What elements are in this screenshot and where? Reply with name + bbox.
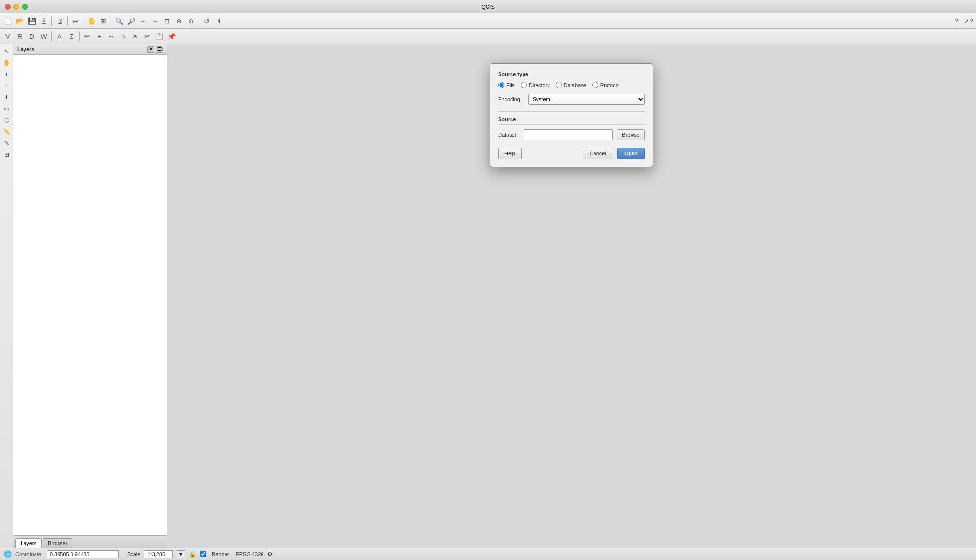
dataset-label: Dataset [498,132,520,138]
sep-2nd-1 [51,32,52,41]
zoom-next-button[interactable]: → [149,15,161,27]
open-project-button[interactable]: 📂 [14,15,25,27]
layers-header: Layers ✕ ☰ [13,44,167,55]
zoom-out-button[interactable]: 🔎 [125,15,137,27]
dialog-divider [498,111,645,112]
scale-value: 1:3,285 [144,550,173,558]
select-poly-tool[interactable]: ⬡ [1,115,12,126]
zoom-in-button[interactable]: 🔍 [113,15,125,27]
cancel-button[interactable]: Cancel [583,148,613,159]
encoding-select[interactable]: System UTF-8 Latin-1 [528,94,645,105]
main-content: ↖ ✋ + − ℹ ▭ ⬡ 📏 ✎ ⊞ Layers ✕ ☰ Layers Br… [0,44,976,548]
add-delimited-button[interactable]: D [26,31,37,42]
encoding-row: Encoding System UTF-8 Latin-1 [498,94,645,105]
globe-icon: 🌐 [4,550,12,558]
add-feature-button[interactable]: + [94,31,105,42]
select-button[interactable]: ⊞ [97,15,109,27]
radio-database-text: Database [564,82,586,88]
field-calc-button[interactable]: Σ [66,31,77,42]
delete-feature-button[interactable]: ✕ [130,31,141,42]
help-icon-button[interactable]: ? [951,15,962,27]
measure-tool[interactable]: 📏 [1,127,12,137]
source-type-radio-group: File Directory Database Protocol [498,82,645,88]
radio-database[interactable] [556,82,562,88]
separator-5 [199,16,199,26]
scale-dropdown-icon[interactable]: ▼ [177,550,185,558]
label-tool-button[interactable]: A [54,31,65,42]
pointer-tool[interactable]: ↖ [1,46,12,57]
layers-content [13,55,167,535]
title-bar: QGIS [0,0,976,13]
radio-protocol-text: Protocol [600,82,619,88]
radio-directory[interactable] [521,82,527,88]
zoom-out-tool[interactable]: − [1,81,12,91]
print-tool[interactable]: ⊞ [1,150,12,160]
copy-feature-button[interactable]: 📋 [154,31,165,42]
scale-label: Scale [127,551,141,557]
layers-controls: ✕ ☰ [147,46,163,53]
separator-3 [83,16,83,26]
dataset-row: Dataset Browse [498,129,645,140]
zoom-extent-button[interactable]: ⊡ [161,15,173,27]
pan-tool[interactable]: ✋ [1,58,12,68]
zoom-layer-button[interactable]: ⊕ [173,15,185,27]
open-layer-dialog: Source type File Directory Database [490,63,653,167]
browse-button[interactable]: Browse [617,129,645,140]
separator-2 [67,16,68,26]
save-button[interactable]: 💾 [26,15,37,27]
add-raster-button[interactable]: R [14,31,25,42]
select-rect-tool[interactable]: ▭ [1,104,12,114]
close-button[interactable] [5,4,11,10]
coordinate-value: 0.39505,0.94485 [47,550,119,558]
radio-database-label[interactable]: Database [556,82,586,88]
radio-protocol-label[interactable]: Protocol [592,82,619,88]
radio-file[interactable] [498,82,504,88]
add-vector-button[interactable]: V [2,31,13,42]
edit-button[interactable]: ✏ [82,31,93,42]
identify-tool[interactable]: ℹ [1,92,12,103]
move-feature-button[interactable]: ↔ [106,31,117,42]
source-type-label: Source type [498,71,645,77]
render-label: Render [212,551,229,557]
layers-close-button[interactable]: ✕ [147,46,154,53]
whats-this-button[interactable]: ↗? [963,15,974,27]
radio-protocol[interactable] [592,82,598,88]
layers-tabs: Layers Browser [13,535,167,548]
radio-file-label[interactable]: File [498,82,515,88]
map-area[interactable]: Source type File Directory Database [167,44,976,548]
paste-feature-button[interactable]: 📌 [166,31,177,42]
modal-overlay: Source type File Directory Database [167,44,976,548]
print-button[interactable]: 🖨 [54,15,65,27]
help-button[interactable]: Help [498,148,522,159]
add-wms-button[interactable]: W [38,31,49,42]
tab-browser[interactable]: Browser [43,538,72,548]
undo-button[interactable]: ↩ [70,15,81,27]
dialog-right-buttons: Cancel Open [583,148,645,159]
pan-button[interactable]: ✋ [85,15,97,27]
status-bar: 🌐 Coordinate: 0.39505,0.94485 Scale 1:3,… [0,548,976,560]
save-as-button[interactable]: 🗄 [38,15,49,27]
layers-panel: Layers ✕ ☰ Layers Browser [13,44,167,548]
tab-layers[interactable]: Layers [15,538,42,548]
radio-directory-label[interactable]: Directory [521,82,550,88]
identify-button[interactable]: ℹ [213,15,225,27]
layers-menu-button[interactable]: ☰ [156,46,163,53]
window-title: QGIS [481,4,495,10]
zoom-selection-button[interactable]: ⊙ [185,15,197,27]
open-button[interactable]: Open [617,148,645,159]
dataset-input[interactable] [524,129,613,140]
separator-1 [51,16,52,26]
radio-directory-text: Directory [529,82,550,88]
cut-feature-button[interactable]: ✂ [142,31,153,42]
settings-icon[interactable]: ⚙ [267,551,273,558]
zoom-in-tool[interactable]: + [1,69,12,80]
maximize-button[interactable] [22,4,28,10]
node-tool-button[interactable]: ○ [118,31,129,42]
annotate-tool[interactable]: ✎ [1,138,12,149]
minimize-button[interactable] [13,4,19,10]
scale-lock-icon[interactable]: 🔒 [189,551,196,558]
render-checkbox[interactable] [200,551,206,557]
zoom-prev-button[interactable]: ← [137,15,149,27]
new-project-button[interactable]: 📄 [2,15,13,27]
refresh-button[interactable]: ↺ [201,15,213,27]
